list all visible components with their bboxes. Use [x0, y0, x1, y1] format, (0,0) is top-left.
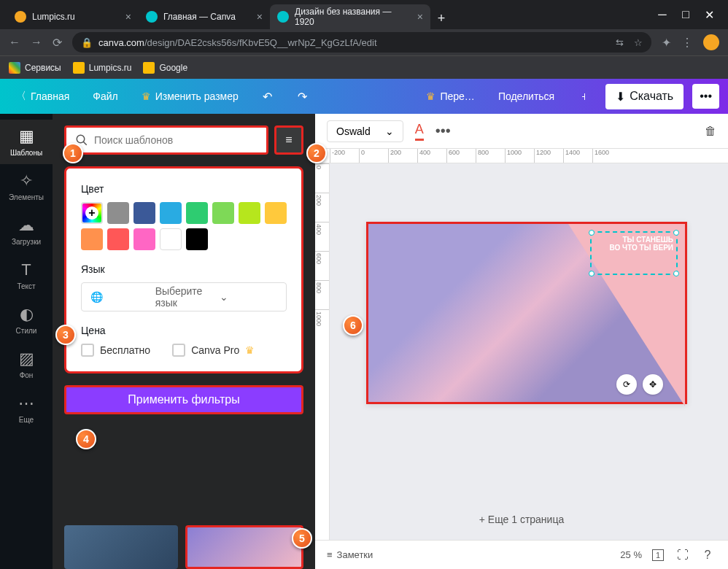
fullscreen-button[interactable]: ⛶: [674, 546, 692, 564]
stats-button[interactable]: ⫞: [570, 83, 597, 109]
avatar[interactable]: [703, 34, 719, 50]
page-count[interactable]: 1: [649, 546, 667, 564]
sidebar-uploads[interactable]: ☁Загрузки: [0, 209, 53, 253]
more-options-button[interactable]: •••: [435, 123, 451, 139]
window-min[interactable]: ─: [658, 10, 667, 19]
extensions-icon[interactable]: ✦: [662, 36, 671, 50]
lock-icon: 🔒: [81, 37, 93, 48]
tab-canva-design[interactable]: Дизайн без названия — 1920 ×: [270, 4, 430, 29]
resize-handle[interactable]: [589, 271, 595, 276]
reload-icon[interactable]: ⟳: [53, 36, 62, 50]
new-tab-button[interactable]: +: [430, 7, 452, 29]
bookmark-google[interactable]: Google: [143, 62, 187, 74]
more-button[interactable]: •••: [692, 84, 719, 109]
font-select[interactable]: Oswald⌄: [327, 120, 403, 142]
search-input[interactable]: [94, 134, 257, 146]
selected-text-element[interactable]: ТЫ СТАНЕШЬ ВО ЧТО ТЫ ВЕРИ: [590, 231, 678, 275]
undo-button[interactable]: ↶: [255, 83, 281, 109]
sidebar-label: Шаблоны: [10, 149, 42, 157]
color-swatch[interactable]: [239, 202, 260, 224]
help-button[interactable]: ?: [699, 546, 716, 564]
color-swatch[interactable]: [107, 202, 129, 224]
elements-icon: ✧: [20, 171, 33, 190]
sidebar-templates[interactable]: ▦Шаблоны: [0, 120, 53, 164]
favicon-lumpics: [15, 11, 26, 23]
template-thumbnails: [64, 525, 303, 569]
close-icon[interactable]: ×: [125, 11, 131, 23]
chevron-down-icon: ⌄: [220, 291, 277, 303]
add-color-button[interactable]: +: [81, 202, 103, 224]
text-color-button[interactable]: A: [415, 122, 424, 141]
tab-lumpics[interactable]: Lumpics.ru ×: [7, 4, 139, 29]
favicon-canva: [146, 11, 158, 23]
sidebar-label: Текст: [17, 282, 35, 290]
notes-button[interactable]: ≡Заметки: [327, 549, 373, 560]
chevron-down-icon: ⌄: [385, 125, 394, 137]
translate-icon[interactable]: ⇆: [616, 37, 624, 48]
share-button[interactable]: Поделиться: [491, 86, 562, 107]
star-icon[interactable]: ☆: [634, 37, 643, 48]
checkbox-label: Бесплатно: [100, 344, 150, 356]
resize-button[interactable]: ♛Изменить размер: [134, 86, 246, 107]
canvas-page[interactable]: ТЫ СТАНЕШЬ ВО ЧТО ТЫ ВЕРИ ⟳ ✥: [366, 222, 687, 404]
color-swatch[interactable]: [265, 202, 287, 224]
color-swatch[interactable]: [133, 202, 155, 224]
zoom-level[interactable]: 25 %: [620, 549, 642, 560]
window-close[interactable]: ✕: [705, 10, 713, 19]
resize-handle[interactable]: [589, 230, 595, 236]
download-button[interactable]: ⬇Скачать: [605, 84, 684, 109]
sidebar-text[interactable]: TТекст: [0, 253, 53, 298]
language-select[interactable]: 🌐 Выберите язык ⌄: [81, 282, 287, 311]
color-swatch[interactable]: [81, 228, 103, 250]
delete-button[interactable]: 🗑: [705, 125, 716, 138]
bottom-bar: ≡Заметки 25 % 1 ⛶ ?: [315, 540, 728, 569]
sidebar-elements[interactable]: ✧Элементы: [0, 164, 53, 209]
address-field[interactable]: 🔒 canva.com/design/DAE2csks56s/fKbvE5Q__…: [72, 32, 651, 53]
bookmark-lumpics[interactable]: Lumpics.ru: [73, 62, 132, 74]
template-thumb-selected[interactable]: [185, 525, 303, 569]
notes-icon: ≡: [327, 549, 333, 560]
color-swatch[interactable]: [107, 228, 129, 250]
redo-button[interactable]: ↷: [290, 83, 316, 109]
color-swatch[interactable]: [212, 202, 234, 224]
url-text: canva.com/design/DAE2csks56s/fKbvE5Q__wr…: [98, 37, 377, 48]
sidebar-label: Фон: [20, 371, 34, 379]
bookmark-apps[interactable]: Сервисы: [9, 62, 61, 74]
template-thumb[interactable]: [64, 525, 178, 569]
search-input-wrap[interactable]: [64, 125, 268, 155]
sidebar-more[interactable]: ⋯Еще: [0, 387, 53, 431]
file-button[interactable]: Файл: [85, 86, 125, 107]
add-page-button[interactable]: + Еще 1 страница: [479, 514, 564, 525]
checkbox-box: [172, 344, 185, 357]
menu-icon[interactable]: ⋮: [681, 36, 693, 50]
color-swatch[interactable]: [160, 202, 182, 224]
color-swatch[interactable]: [186, 228, 208, 250]
window-max[interactable]: □: [681, 10, 690, 19]
sidebar-background[interactable]: ▨Фон: [0, 342, 53, 387]
back-icon[interactable]: ←: [9, 36, 20, 49]
annotation-marker-5: 5: [292, 528, 312, 549]
home-button[interactable]: 〈Главная: [9, 85, 77, 107]
apply-filters-button[interactable]: Применить фильтры: [64, 385, 303, 414]
free-checkbox[interactable]: Бесплатно: [81, 344, 150, 357]
pro-checkbox[interactable]: Canva Pro♛: [172, 344, 255, 357]
resize-handle[interactable]: [673, 271, 679, 276]
download-icon: ⬇: [616, 90, 625, 104]
ruler-tick: 200: [388, 149, 417, 163]
rotate-button[interactable]: ⟳: [616, 374, 637, 395]
close-icon[interactable]: ×: [417, 11, 423, 23]
move-button[interactable]: ✥: [643, 374, 663, 395]
color-section-label: Цвет: [81, 183, 287, 195]
resize-handle[interactable]: [673, 230, 679, 236]
sidebar-styles[interactable]: ◐Стили: [0, 298, 53, 342]
tab-label: Главная — Canva: [163, 12, 236, 22]
close-icon[interactable]: ×: [257, 11, 263, 23]
translate-button[interactable]: ♛Пере…: [419, 86, 481, 107]
tab-canva-home[interactable]: Главная — Canva ×: [139, 4, 270, 29]
templates-icon: ▦: [19, 127, 34, 146]
forward-icon[interactable]: →: [31, 36, 42, 49]
color-swatch[interactable]: [160, 228, 182, 250]
color-swatch[interactable]: [133, 228, 155, 250]
filter-button[interactable]: ≡: [274, 125, 303, 155]
color-swatch[interactable]: [186, 202, 208, 224]
